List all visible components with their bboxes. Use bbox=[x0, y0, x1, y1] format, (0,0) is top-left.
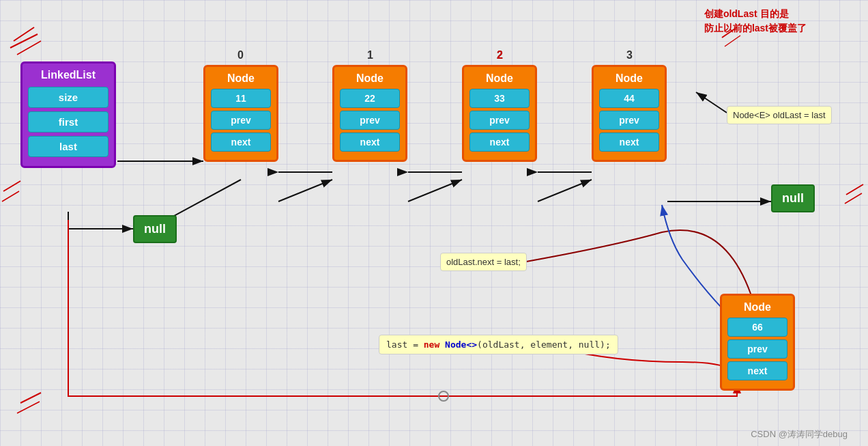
node-box-3: Node 44 prev next bbox=[592, 65, 667, 162]
node-2-next: next bbox=[469, 133, 530, 152]
ll-field-first: first bbox=[28, 111, 108, 133]
watermark: CSDN @涛涛同学debug bbox=[751, 428, 848, 441]
node-2-prev: prev bbox=[469, 111, 530, 130]
linked-list-title: LinkedList bbox=[28, 69, 108, 81]
node-box-0: Node 11 prev next bbox=[203, 65, 278, 162]
old-last-annotation: Node<E> oldLast = last bbox=[727, 106, 832, 124]
node-1-next: next bbox=[340, 133, 400, 152]
index-2-label: 2 bbox=[497, 49, 503, 61]
node-4-prev: prev bbox=[727, 339, 787, 359]
linked-list-box: LinkedList size first last bbox=[20, 61, 116, 168]
node-box-1: Node 22 prev next bbox=[332, 65, 407, 162]
node-0-prev: prev bbox=[211, 111, 271, 130]
node-3-prev: prev bbox=[599, 111, 659, 130]
node-1-prev: prev bbox=[340, 111, 400, 130]
node-2-value: 33 bbox=[469, 89, 530, 108]
node-3-next: next bbox=[599, 133, 659, 152]
node-3-title: Node bbox=[599, 72, 659, 85]
top-right-annotation: 创建oldLast 目的是防止以前的last被覆盖了 bbox=[704, 7, 807, 36]
ll-field-last: last bbox=[28, 136, 108, 157]
null-box-left: null bbox=[133, 215, 177, 243]
node-1-value: 22 bbox=[340, 89, 400, 108]
node-0-value: 11 bbox=[211, 89, 271, 108]
node-0-title: Node bbox=[211, 72, 271, 85]
node-4-next: next bbox=[727, 361, 787, 380]
node-2-title: Node bbox=[469, 72, 530, 85]
node-0-next: next bbox=[211, 133, 271, 152]
node-4-title: Node bbox=[727, 301, 787, 313]
node-box-2: Node 33 prev next bbox=[462, 65, 537, 162]
index-0: 0 bbox=[237, 49, 244, 61]
node-3-value: 44 bbox=[599, 89, 659, 108]
index-3: 3 bbox=[626, 49, 633, 61]
last-new-node-annotation: last = new Node<>(oldLast, element, null… bbox=[379, 335, 618, 354]
node-4-value: 66 bbox=[727, 318, 787, 337]
null-box-right: null bbox=[771, 184, 815, 212]
node-box-4-new: Node 66 prev next bbox=[720, 294, 795, 391]
old-last-next-annotation: oldLast.next = last; bbox=[440, 253, 527, 271]
index-1: 1 bbox=[367, 49, 373, 61]
ll-field-size: size bbox=[28, 87, 108, 108]
node-1-title: Node bbox=[340, 72, 400, 85]
